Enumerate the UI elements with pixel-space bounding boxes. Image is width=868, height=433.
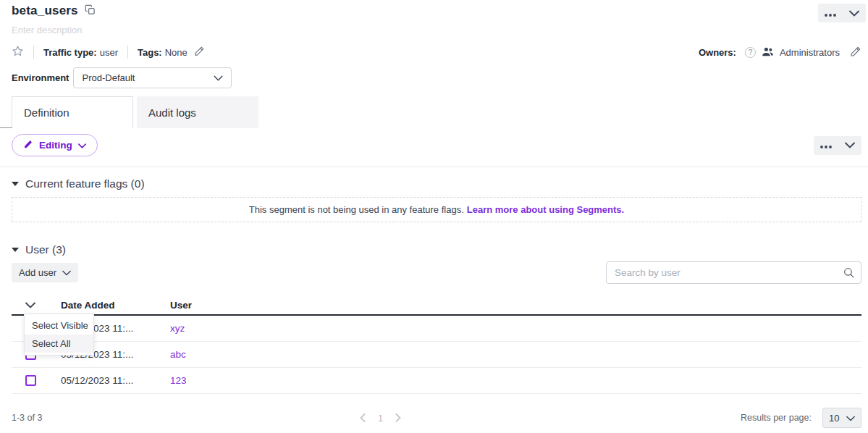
pencil-icon	[23, 139, 33, 151]
users-title: User (3)	[25, 243, 66, 256]
tab-definition[interactable]: Definition	[12, 96, 133, 128]
favorite-star-button[interactable]	[12, 45, 24, 59]
chevron-down-icon	[849, 8, 859, 19]
collapse-definition-button[interactable]	[845, 140, 855, 151]
more-options-button[interactable]	[825, 8, 836, 19]
owners-label: Owners:	[699, 47, 736, 58]
question-circle-icon[interactable]: ?	[745, 47, 756, 58]
owners-value: Administrators	[780, 47, 840, 58]
table-row: 05/12/2023 11:... xyz	[12, 316, 861, 342]
results-range: 1-3 of 3	[12, 413, 42, 423]
search-input[interactable]	[606, 261, 861, 284]
results-per-page-value: 10	[829, 413, 839, 424]
row-date: 05/12/2023 11:...	[61, 375, 170, 386]
edit-tags-button[interactable]	[194, 46, 205, 59]
chevron-down-icon	[78, 140, 86, 151]
column-header-user: User	[170, 300, 861, 311]
results-per-page-group: Results per page: 10	[741, 408, 861, 428]
results-per-page-label: Results per page:	[741, 413, 812, 423]
divider	[127, 46, 128, 59]
table-row: 05/12/2023 11:... abc	[12, 342, 861, 368]
page-header: beta_users Enter description	[0, 0, 868, 59]
tags-value: None	[165, 47, 187, 58]
select-rows-menu: Select Visible Select All	[24, 314, 94, 356]
star-icon	[12, 45, 24, 59]
header-actions-group	[818, 4, 866, 22]
tab-audit-logs[interactable]: Audit logs	[137, 96, 258, 128]
people-icon	[762, 46, 774, 59]
chevron-down-icon	[214, 72, 223, 83]
feature-flags-title: Current feature flags (0)	[25, 177, 145, 190]
users-controls: Add user	[0, 261, 868, 284]
editing-status-button[interactable]: Editing	[12, 134, 98, 156]
meta-row: Traffic type: user Tags: None Owners: ? …	[12, 45, 856, 59]
prev-page-button[interactable]	[360, 413, 366, 422]
environment-value: Prod-Default	[82, 72, 135, 83]
table-header-row: Date Added User	[12, 295, 861, 316]
environment-row: Environment Prod-Default	[0, 67, 868, 88]
ellipsis-icon	[825, 8, 836, 19]
feature-flags-empty-state: This segment is not being used in any fe…	[12, 197, 861, 222]
user-link[interactable]: abc	[170, 349, 186, 360]
add-user-label: Add user	[19, 267, 56, 278]
traffic-type-value: user	[100, 47, 118, 58]
divider	[33, 46, 34, 59]
menu-item-select-visible[interactable]: Select Visible	[25, 316, 93, 335]
pencil-icon	[194, 46, 205, 59]
pencil-icon	[850, 46, 861, 59]
definition-actions-group	[814, 136, 861, 155]
select-rows-chevron[interactable]	[25, 302, 35, 308]
environment-label: Environment	[12, 72, 69, 83]
tab-corner-line	[0, 127, 12, 128]
search-wrap	[606, 261, 861, 284]
results-per-page-select[interactable]: 10	[822, 408, 861, 428]
table-footer: 1-3 of 3 1 Results per page: 10	[0, 407, 868, 429]
editing-label: Editing	[39, 140, 72, 151]
feature-flags-heading[interactable]: Current feature flags (0)	[0, 177, 868, 190]
user-link[interactable]: xyz	[170, 323, 185, 334]
traffic-type-label: Traffic type:	[43, 47, 97, 58]
users-heading[interactable]: User (3)	[0, 243, 868, 256]
add-user-button[interactable]: Add user	[12, 263, 78, 282]
segment-detail-page: beta_users Enter description	[0, 0, 868, 433]
next-page-button[interactable]	[395, 413, 401, 422]
users-table: Date Added User 05/12/2023 11:... xyz 05…	[12, 295, 861, 394]
menu-item-select-all[interactable]: Select All	[25, 335, 93, 353]
pagination: 1	[360, 407, 401, 429]
chevron-down-icon	[62, 267, 71, 278]
users-section: User (3) Add user	[0, 243, 868, 429]
caret-down-icon	[12, 182, 19, 186]
caret-down-icon	[12, 248, 19, 252]
copy-name-button[interactable]	[85, 4, 96, 17]
edit-owners-button[interactable]	[850, 46, 861, 59]
chevron-down-icon	[845, 140, 855, 151]
environment-select[interactable]: Prod-Default	[73, 67, 232, 88]
tab-bar: Definition Audit logs	[0, 96, 868, 128]
section-divider	[0, 167, 868, 167]
feature-flags-section: Current feature flags (0) This segment i…	[0, 177, 868, 222]
current-page-number[interactable]: 1	[378, 413, 383, 424]
table-row: 05/12/2023 11:... 123	[12, 368, 861, 394]
learn-more-link[interactable]: Learn more about using Segments.	[467, 204, 624, 215]
more-options-button[interactable]	[820, 140, 832, 151]
column-header-date: Date Added	[61, 300, 170, 311]
copy-icon	[85, 4, 96, 17]
description-placeholder[interactable]: Enter description	[12, 25, 856, 35]
page-title: beta_users	[12, 4, 78, 18]
owners-group: Owners: ? Administrators	[699, 46, 861, 59]
ellipsis-icon	[820, 140, 832, 151]
row-checkbox[interactable]	[25, 375, 36, 386]
user-link[interactable]: 123	[170, 375, 187, 386]
chevron-down-icon	[846, 413, 855, 424]
tags-label: Tags:	[138, 47, 162, 58]
empty-state-text: This segment is not being used in any fe…	[249, 204, 464, 215]
collapse-header-button[interactable]	[849, 8, 859, 19]
definition-toolbar: Editing	[0, 134, 868, 156]
search-icon	[843, 266, 855, 282]
